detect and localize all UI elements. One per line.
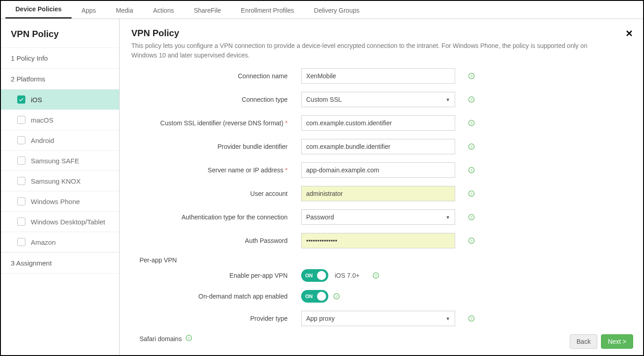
caret-down-icon: ▼ <box>446 316 450 321</box>
tab-enrollment-profiles[interactable]: Enrollment Profiles <box>231 2 304 19</box>
tab-apps[interactable]: Apps <box>72 2 106 19</box>
footer-buttons: Back Next > <box>570 334 633 349</box>
tab-sharefile[interactable]: ShareFile <box>184 2 231 19</box>
page-title: VPN Policy <box>131 28 631 38</box>
platform-ios[interactable]: iOS <box>1 89 119 109</box>
svg-text:?: ? <box>471 121 473 126</box>
note-ios-version: iOS 7.0+ <box>335 272 360 279</box>
label-connection-type: Connection type <box>131 96 301 103</box>
platform-label: Samsung SAFE <box>31 157 79 165</box>
label-custom-ssl: Custom SSL identifier (reverse DNS forma… <box>131 119 301 127</box>
platform-samsung-safe[interactable]: Samsung SAFE <box>1 150 119 171</box>
platform-label: Android <box>31 137 54 144</box>
help-icon[interactable]: ? <box>468 72 475 80</box>
label-provider-bundle: Provider bundle identifier <box>131 143 301 150</box>
input-custom-ssl[interactable] <box>301 115 455 131</box>
platform-label: Samsung KNOX <box>31 177 81 185</box>
select-auth-type[interactable]: Password ▼ <box>301 209 455 225</box>
help-icon[interactable]: ? <box>468 315 475 322</box>
platform-label: macOS <box>31 116 53 124</box>
close-icon[interactable]: ✕ <box>625 28 633 39</box>
help-icon[interactable]: ? <box>372 272 380 279</box>
label-provider-type: Provider type <box>131 315 301 322</box>
page-description: This policy lets you configure a VPN con… <box>131 41 611 60</box>
top-tabs: Device Policies Apps Media Actions Share… <box>1 1 643 19</box>
toggle-enable-per-app[interactable]: ON <box>301 269 328 282</box>
label-connection-name: Connection name <box>131 72 301 80</box>
platform-amazon[interactable]: Amazon <box>1 232 119 252</box>
checkbox-icon <box>17 238 25 246</box>
step-platforms[interactable]: 2 Platforms <box>1 68 119 89</box>
help-icon[interactable]: ? <box>333 293 340 300</box>
input-server-name[interactable] <box>301 162 455 178</box>
label-enable-per-app: Enable per-app VPN <box>131 272 301 279</box>
svg-text:?: ? <box>471 98 473 102</box>
checkbox-icon <box>17 218 25 226</box>
svg-text:?: ? <box>471 317 473 321</box>
help-icon[interactable]: ? <box>468 237 475 244</box>
sidebar-title: VPN Policy <box>1 19 119 47</box>
sidebar: VPN Policy 1 Policy Info 2 Platforms iOS… <box>1 19 120 355</box>
section-safari-domains: Safari domains ? <box>139 334 631 342</box>
select-value: Password <box>306 214 334 221</box>
next-button[interactable]: Next > <box>601 334 633 349</box>
platform-list: iOS macOS Android Samsung SAFE Samsung K… <box>1 89 119 252</box>
svg-text:?: ? <box>471 239 473 243</box>
toggle-knob <box>317 271 326 280</box>
step-assignment[interactable]: 3 Assignment <box>1 252 119 274</box>
back-button[interactable]: Back <box>570 334 597 349</box>
platform-windows-desktop[interactable]: Windows Desktop/Tablet <box>1 211 119 232</box>
help-icon[interactable]: ? <box>185 334 192 342</box>
svg-text:?: ? <box>471 215 473 220</box>
toggle-state: ON <box>305 273 313 278</box>
checkbox-icon <box>17 157 25 165</box>
tab-media[interactable]: Media <box>106 2 143 19</box>
select-connection-type[interactable]: Custom SSL ▼ <box>301 92 455 107</box>
checkbox-icon <box>17 95 25 104</box>
label-on-demand: On-demand match app enabled <box>131 293 301 300</box>
label-server-name: Server name or IP address * <box>131 166 301 174</box>
help-icon[interactable]: ? <box>468 190 475 197</box>
help-icon[interactable]: ? <box>468 214 475 221</box>
platform-samsung-knox[interactable]: Samsung KNOX <box>1 171 119 191</box>
platform-windows-phone[interactable]: Windows Phone <box>1 191 119 211</box>
label-auth-password: Auth Password <box>131 237 301 244</box>
toggle-knob <box>317 292 326 301</box>
select-provider-type[interactable]: App proxy ▼ <box>301 311 455 326</box>
checkbox-icon <box>17 177 25 185</box>
help-icon[interactable]: ? <box>468 143 475 150</box>
input-connection-name[interactable] <box>301 68 455 84</box>
platform-label: Windows Desktop/Tablet <box>31 218 105 226</box>
input-auth-password[interactable] <box>301 233 455 248</box>
svg-text:?: ? <box>471 168 473 173</box>
section-per-app-vpn: Per-app VPN <box>139 256 631 264</box>
svg-text:?: ? <box>336 294 338 299</box>
select-value: App proxy <box>306 315 335 322</box>
checkbox-icon <box>17 136 25 144</box>
platform-label: Windows Phone <box>31 198 80 205</box>
svg-text:?: ? <box>471 145 473 149</box>
input-provider-bundle[interactable] <box>301 139 455 154</box>
checkbox-icon <box>17 116 25 124</box>
platform-label: Amazon <box>31 238 56 246</box>
help-icon[interactable]: ? <box>468 166 475 174</box>
platform-android[interactable]: Android <box>1 130 119 150</box>
tab-delivery-groups[interactable]: Delivery Groups <box>304 2 369 19</box>
caret-down-icon: ▼ <box>446 97 450 102</box>
svg-text:?: ? <box>471 74 473 79</box>
label-user-account: User account <box>131 190 301 197</box>
toggle-on-demand[interactable]: ON <box>301 290 328 303</box>
svg-text:?: ? <box>471 192 473 196</box>
tab-actions[interactable]: Actions <box>143 2 184 19</box>
svg-text:?: ? <box>188 336 190 341</box>
help-icon[interactable]: ? <box>468 96 475 103</box>
platform-label: iOS <box>31 96 42 104</box>
help-icon[interactable]: ? <box>468 119 475 127</box>
select-value: Custom SSL <box>306 96 342 103</box>
step-policy-info[interactable]: 1 Policy Info <box>1 47 119 68</box>
svg-text:?: ? <box>375 274 377 278</box>
platform-macos[interactable]: macOS <box>1 109 119 130</box>
tab-device-policies[interactable]: Device Policies <box>5 1 72 19</box>
input-user-account[interactable] <box>301 186 455 201</box>
label-auth-type: Authentication type for the connection <box>131 214 301 221</box>
